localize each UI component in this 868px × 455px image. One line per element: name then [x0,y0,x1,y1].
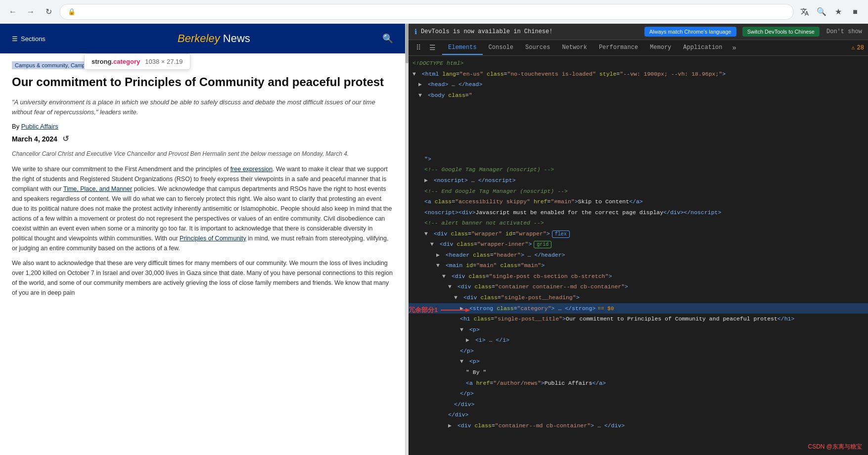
main-open-line[interactable]: ▼ <main id="main" class="main"> [409,260,868,271]
toolbar-icons: 🔍 ★ ■ [798,5,862,19]
head-collapsed-line[interactable]: ▶ <head> … </head> [409,79,868,90]
tab-sources[interactable]: Sources [519,41,556,55]
forward-button[interactable]: → [24,5,38,19]
p-open-2-line[interactable]: ▼ <p> [409,356,868,367]
div-cb-section-line[interactable]: ▼ <div class="single-post cb-section cb-… [409,271,868,282]
tab-memory[interactable]: Memory [644,41,677,55]
empty-line2 [409,111,868,122]
tab-console[interactable]: Console [483,41,519,55]
annotation-arrow [441,307,470,314]
article-byline: By Public Affairs [12,123,393,130]
body-open-line[interactable]: ▼ <body class=" [409,90,868,101]
div-close-2-line[interactable]: </div> [409,410,868,420]
share-icon[interactable]: ↺ [62,134,69,143]
site-title: Berkeley News [46,32,382,45]
empty-line [409,100,868,111]
p-close-1-line[interactable]: </p> [409,346,868,357]
principles-link[interactable]: Principles of Community [180,235,246,242]
empty-line5 [409,143,868,154]
devtools-tab-icons: ⠿ ☰ [412,42,438,54]
notification-text: DevTools is now available in Chinese! [421,28,639,35]
noscript-js-line[interactable]: <noscript><div>Javascript must be enable… [409,207,868,218]
bookmark-icon[interactable]: ★ [831,5,845,19]
div-wrapper-inner-line[interactable]: ▼ <div class="wrapper-inner">grid [409,239,868,250]
p-close-2-line[interactable]: </p> [409,388,868,399]
a-author-line[interactable]: <a href="/author/news">Public Affairs</a… [409,378,868,389]
a-skippy-line[interactable]: <a class="accessibility skippy" href="#m… [409,196,868,207]
warning-icon: ⚠ [851,44,855,51]
article-title: Our commitment to Principles of Communit… [12,74,393,90]
sections-menu[interactable]: ☰ Sections [12,35,46,43]
article-intro: Chancellor Carol Christ and Executive Vi… [12,149,393,158]
div-wrapper-line[interactable]: ▼ <div class="wrapper" id="wrapper">flex [409,228,868,239]
div-container2-line[interactable]: ▶ <div class="container--md cb-container… [409,420,868,431]
main-area: ☰ Sections Berkeley News 🔍 strong.catego… [0,24,868,455]
devtools-tabs: ⠿ ☰ Elements Console Sources Network Per… [409,40,868,56]
security-icon: 🔒 [68,8,76,15]
csdn-watermark: CSDN @东离与糖宝 [808,443,862,451]
time-place-manner-link[interactable]: Time, Place, and Manner [63,185,132,192]
dismiss-button[interactable]: Don't show [826,28,862,35]
warning-count: 28 [857,45,864,51]
closing-gt-line[interactable]: "> [409,154,868,165]
article-area[interactable]: Campus & community, Campus news Our comm… [0,53,405,455]
search-button[interactable]: 🔍 [382,33,393,44]
header-collapsed-line[interactable]: ▶ <header class="header"> … </header> [409,250,868,261]
more-tabs-button[interactable]: » [731,42,738,54]
extensions-icon[interactable]: ■ [848,5,862,19]
comment-gtm-line[interactable]: <!-- Google Tag Manager (noscript) --> [409,164,868,175]
reload-button[interactable]: ↻ [42,5,55,19]
noscript-collapsed-line[interactable]: ▶ <noscript> … </noscript> [409,175,868,186]
article-body-2: We also want to acknowledge that these a… [12,258,393,298]
grid-badge: grid [534,241,551,248]
free-expression-link[interactable]: free expression [230,166,273,173]
svg-marker-1 [465,308,470,312]
webpage: ☰ Sections Berkeley News 🔍 strong.catego… [0,24,406,455]
empty-line4 [409,133,868,143]
title-news: News [220,32,250,45]
annotation-text: 冗余部分1 [409,306,438,315]
comment-end-gtm-line[interactable]: <!-- End Google Tag Manager (noscript) -… [409,186,868,197]
devtools-device-icon[interactable]: ☰ [426,42,438,54]
site-header: ☰ Sections Berkeley News 🔍 [0,24,405,53]
title-berkeley: Berkeley [178,32,220,45]
flex-badge: flex [552,230,570,238]
match-language-button[interactable]: Always match Chrome's language [644,27,736,37]
tab-elements[interactable]: Elements [442,41,483,55]
byline-author-link[interactable]: Public Affairs [21,123,58,130]
empty-line3 [409,122,868,133]
tab-application[interactable]: Application [677,41,728,55]
sections-label: Sections [21,35,46,43]
by-text-line[interactable]: " By " [409,367,868,378]
devtools-notification: ℹ DevTools is now available in Chinese! … [409,24,868,40]
browser-chrome: ← → ↻ 🔒 news.berkeley.edu/2024/03/04/our… [0,0,868,24]
translate-icon[interactable] [798,5,812,19]
article-quote: "A university environment is a place in … [12,97,393,117]
devtools-cursor-icon[interactable]: ⠿ [412,42,424,54]
url-input[interactable]: news.berkeley.edu/2024/03/04/our-commitm… [80,8,785,15]
div-close-1-line[interactable]: </div> [409,399,868,410]
div-container-line[interactable]: ▼ <div class="container container--md cb… [409,281,868,292]
h1-title-line[interactable]: <h1 class="single-post__title">Our commi… [409,314,868,324]
article-date: March 4, 2024 ↺ [12,134,393,143]
html-open-line[interactable]: ▼ <html lang="en-us" class="no-toucheven… [409,69,868,80]
back-button[interactable]: ← [6,5,20,19]
tab-network[interactable]: Network [556,41,593,55]
doctype-line[interactable]: <!DOCTYPE html> [409,58,868,69]
article-body-1: We write to share our commitment to the … [12,164,393,253]
devtools-panel: ℹ DevTools is now available in Chinese! … [409,24,868,455]
comment-alert-line[interactable]: <!-- alert banner not activated --> [409,218,868,228]
switch-devtools-button[interactable]: Switch DevTools to Chinese [742,27,820,37]
tooltip-selector: strong.category [91,58,140,65]
div-heading-line[interactable]: ▼ <div class="single-post__heading"> [409,292,868,303]
tooltip-dimensions: 1038 × 27.19 [145,58,183,65]
devtools-html-tree[interactable]: <!DOCTYPE html> ▼ <html lang="en-us" cla… [409,56,868,455]
i-collapsed-line[interactable]: ▶ <i> … </i> [409,335,868,346]
p-open-1-line[interactable]: ▼ <p> [409,324,868,335]
address-bar[interactable]: 🔒 news.berkeley.edu/2024/03/04/our-commi… [59,4,794,20]
strong-category-line[interactable]: ▶ <strong class="category"> … </strong>=… [409,303,868,314]
info-icon: ℹ [414,28,417,36]
warning-badge[interactable]: ⚠ 28 [851,44,864,51]
tab-performance[interactable]: Performance [593,41,644,55]
zoom-icon[interactable]: 🔍 [815,5,828,19]
